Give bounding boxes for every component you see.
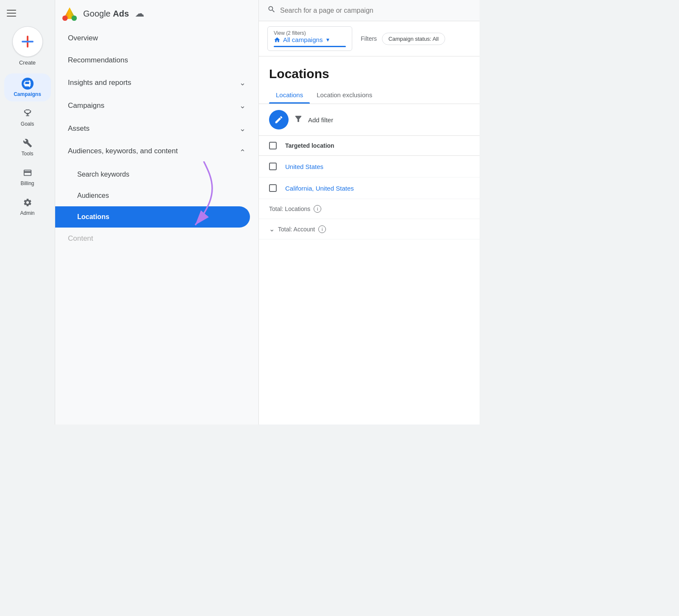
filters-label: Filters — [361, 35, 377, 42]
nav-recommendations[interactable]: Recommendations — [55, 49, 258, 71]
tab-locations[interactable]: Locations — [269, 86, 310, 104]
search-input[interactable] — [280, 7, 471, 14]
tab-location-exclusions[interactable]: Location exclusions — [310, 86, 379, 104]
tools-label: Tools — [21, 151, 33, 157]
nav-header: Google Ads ☁ — [55, 0, 258, 27]
cloud-icon[interactable]: ☁ — [135, 8, 144, 19]
sidebar-item-goals[interactable]: Goals — [4, 103, 51, 131]
tools-icon — [22, 137, 34, 149]
active-underline — [274, 46, 346, 47]
filter-icon-button[interactable] — [294, 114, 303, 126]
chevron-down-icon: ⌄ — [239, 124, 246, 133]
table-row[interactable]: California, United States — [259, 177, 480, 199]
nav-insights[interactable]: Insights and reports ⌄ — [55, 71, 258, 94]
header-checkbox[interactable] — [269, 142, 277, 149]
nav-assets[interactable]: Assets ⌄ — [55, 117, 258, 140]
campaign-status-filter[interactable]: Campaign status: All — [382, 33, 445, 45]
megaphone-icon — [22, 78, 34, 90]
search-icon — [267, 5, 276, 16]
total-locations-row: Total: Locations i — [259, 199, 480, 219]
nav-campaigns[interactable]: Campaigns ⌄ — [55, 94, 258, 117]
create-button[interactable] — [12, 26, 43, 57]
billing-icon — [22, 167, 34, 179]
chevron-down-icon: ⌄ — [239, 78, 246, 87]
info-icon[interactable]: i — [314, 205, 321, 213]
campaign-selector[interactable]: All campaigns ▼ — [274, 36, 346, 43]
nav-locations-active[interactable]: Locations — [55, 206, 250, 228]
nav-overview[interactable]: Overview — [55, 27, 258, 49]
total-account-row[interactable]: ⌄ Total: Account i — [259, 219, 480, 239]
table-toolbar: Add filter — [259, 104, 480, 136]
gear-icon — [22, 197, 34, 208]
view-label: View (2 filters) — [274, 30, 346, 36]
locations-table: Targeted location United States Californ… — [259, 136, 480, 425]
row-checkbox[interactable] — [269, 184, 277, 192]
billing-label: Billing — [20, 180, 34, 186]
nav-content[interactable]: Content — [55, 228, 258, 250]
svg-point-5 — [62, 16, 68, 21]
table-row[interactable]: United States — [259, 156, 480, 177]
trophy-icon — [22, 107, 34, 119]
main-nav: Google Ads ☁ Overview Recommendations In… — [55, 0, 259, 425]
table-header: Targeted location — [259, 136, 480, 156]
sidebar-item-billing[interactable]: Billing — [4, 163, 51, 191]
content-panel: View (2 filters) All campaigns ▼ Filters… — [259, 0, 480, 425]
sidebar-item-campaigns[interactable]: Campaigns — [4, 73, 51, 101]
campaigns-label: Campaigns — [14, 91, 41, 97]
tabs-bar: Locations Location exclusions — [259, 86, 480, 104]
add-filter-button[interactable]: Add filter — [308, 116, 333, 124]
info-icon[interactable]: i — [318, 225, 326, 233]
nav-audiences-sub[interactable]: Audiences — [55, 185, 258, 206]
sidebar: Create Campaigns Goals Tools — [0, 0, 55, 425]
view-dropdown[interactable]: View (2 filters) All campaigns ▼ — [267, 26, 352, 51]
nav-search-keywords[interactable]: Search keywords — [55, 164, 258, 185]
google-ads-title: Google Ads — [83, 9, 129, 19]
nav-audiences[interactable]: Audiences, keywords, and content ⌃ — [55, 140, 258, 164]
total-locations-label: Total: Locations — [269, 205, 310, 212]
page-title-area: Locations — [259, 56, 480, 81]
svg-point-4 — [72, 16, 77, 21]
top-search-bar[interactable] — [259, 0, 480, 21]
filter-bar: View (2 filters) All campaigns ▼ Filters… — [259, 21, 480, 56]
chevron-down-icon[interactable]: ⌄ — [269, 225, 275, 233]
page-title: Locations — [269, 67, 469, 81]
sidebar-item-admin[interactable]: Admin — [4, 192, 51, 220]
dropdown-arrow-icon: ▼ — [325, 37, 330, 43]
sidebar-item-tools[interactable]: Tools — [4, 133, 51, 161]
admin-label: Admin — [20, 210, 34, 216]
goals-label: Goals — [21, 121, 34, 127]
chevron-up-icon: ⌃ — [239, 148, 246, 157]
create-label: Create — [19, 59, 36, 66]
targeted-location-header: Targeted location — [285, 142, 334, 149]
location-link[interactable]: United States — [285, 163, 323, 170]
hamburger-menu[interactable] — [7, 8, 16, 19]
edit-button[interactable] — [269, 110, 289, 129]
total-account-label: Total: Account — [278, 226, 315, 233]
location-link[interactable]: California, United States — [285, 185, 354, 192]
chevron-down-icon: ⌄ — [239, 101, 246, 110]
row-checkbox[interactable] — [269, 163, 277, 170]
google-ads-logo-icon — [62, 6, 77, 21]
